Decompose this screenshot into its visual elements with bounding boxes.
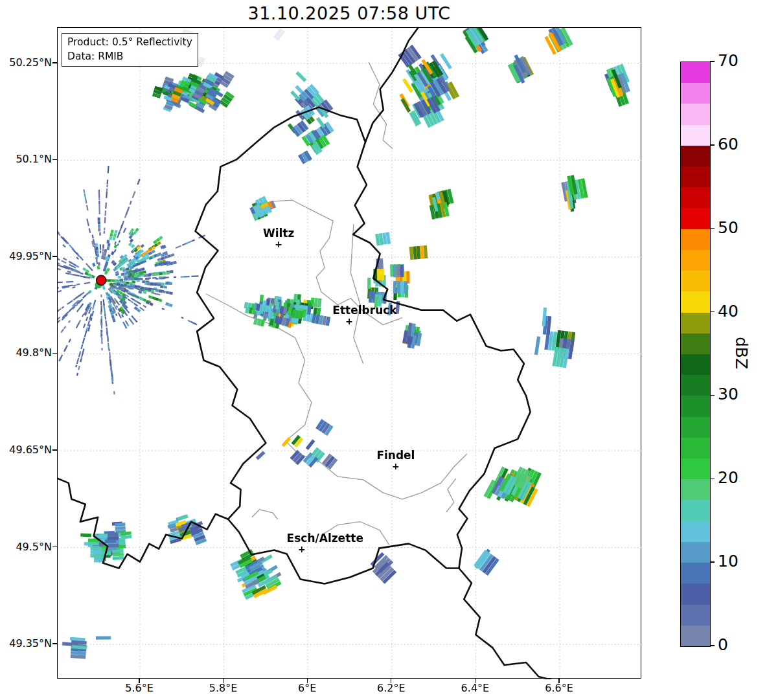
lon-tick-mark [139, 679, 139, 683]
colorbar-segment [681, 417, 710, 438]
colorbar-segment [681, 375, 710, 396]
lat-tick-label: 49.35°N [0, 637, 52, 649]
colorbar-segment [681, 146, 710, 166]
colorbar-segment [681, 271, 710, 291]
lon-tick-mark [475, 679, 475, 683]
lat-tick-label: 50.25°N [0, 56, 52, 69]
product-info-box: Product: 0.5° Reflectivity Data: RMIB [62, 33, 198, 67]
colorbar-unit-label: dBZ [732, 337, 751, 369]
colorbar-tick-mark [710, 479, 715, 479]
colorbar-tick-label: 40 [718, 302, 738, 321]
colorbar-segment [681, 208, 710, 229]
city-marker: + [392, 461, 400, 471]
colorbar-segment [681, 396, 710, 416]
colorbar-tick-mark [710, 395, 715, 396]
lat-tick-mark [52, 449, 57, 450]
colorbar-segment [681, 313, 710, 333]
colorbar-segment [681, 605, 710, 626]
lat-tick-mark [52, 62, 57, 63]
colorbar-tick-mark [710, 561, 715, 562]
lon-tick-mark [558, 679, 559, 683]
colorbar-segment [681, 500, 710, 521]
colorbar-tick-label: 70 [718, 51, 738, 70]
colorbar-segment [681, 187, 710, 208]
colorbar-tick-mark [710, 228, 715, 229]
colorbar-segment [681, 626, 710, 646]
colorbar-segment [681, 62, 710, 83]
lat-tick-mark [52, 256, 57, 256]
colorbar-tick-label: 50 [718, 218, 738, 237]
city-label: Wiltz [263, 227, 294, 240]
colorbar-segment [681, 125, 710, 146]
colorbar-segment [681, 563, 710, 583]
city-marker: + [275, 239, 282, 249]
product-info-line: Product: 0.5° Reflectivity [67, 36, 192, 50]
radar-map-canvas [58, 28, 642, 679]
colorbar-segment [681, 291, 710, 312]
colorbar-segment [681, 583, 710, 604]
colorbar-segment [681, 166, 710, 187]
lon-tick-label: 6.4°E [461, 682, 490, 694]
colorbar-segment [681, 250, 710, 271]
radar-map-page: { "title": "31.10.2025 07:58 UTC", "info… [0, 0, 767, 700]
colorbar-segment [681, 83, 710, 104]
city-label: Ettelbruck [332, 304, 396, 317]
colorbar-segment [681, 521, 710, 542]
city-marker: + [298, 544, 306, 554]
colorbar-tick-label: 60 [718, 135, 738, 153]
colorbar-tick-label: 0 [718, 635, 728, 654]
colorbar-tick-label: 10 [718, 552, 738, 570]
colorbar-tick-mark [710, 645, 715, 646]
lon-tick-mark [223, 679, 223, 683]
lon-tick-mark [391, 679, 391, 683]
lat-tick-mark [52, 159, 57, 160]
lat-tick-label: 50.1°N [0, 153, 52, 165]
lat-tick-label: 49.95°N [0, 250, 52, 262]
colorbar [680, 62, 711, 647]
colorbar-segment [681, 104, 710, 124]
data-source-line: Data: RMIB [67, 50, 192, 64]
colorbar-tick-mark [710, 144, 715, 145]
colorbar-segment [681, 542, 710, 563]
colorbar-segment [681, 438, 710, 458]
lat-tick-label: 49.5°N [0, 541, 52, 553]
lat-tick-mark [52, 353, 57, 354]
colorbar-segment [681, 229, 710, 250]
colorbar-segment [681, 479, 710, 500]
page-title: 31.10.2025 07:58 UTC [57, 3, 641, 23]
colorbar-segment [681, 458, 710, 479]
colorbar-segment [681, 354, 710, 375]
colorbar-tick-label: 20 [718, 469, 738, 488]
lat-tick-mark [52, 643, 57, 644]
colorbar-tick-mark [710, 61, 715, 62]
lat-tick-label: 49.8°N [0, 346, 52, 359]
colorbar-tick-label: 30 [718, 385, 738, 404]
city-marker: + [345, 316, 353, 326]
lat-tick-label: 49.65°N [0, 444, 52, 456]
colorbar-segment [681, 333, 710, 354]
lon-tick-label: 5.8°E [209, 682, 238, 694]
lat-tick-mark [52, 547, 57, 547]
lon-tick-label: 6°E [298, 682, 316, 694]
lon-tick-label: 6.6°E [545, 682, 573, 694]
city-label: Esch/Alzette [287, 532, 363, 545]
lon-tick-label: 6.2°E [377, 682, 406, 694]
lon-tick-label: 5.6°E [125, 682, 154, 694]
city-label: Findel [376, 449, 415, 462]
colorbar-tick-mark [710, 311, 715, 312]
map-plot-area: Product: 0.5° Reflectivity Data: RMIB [57, 27, 641, 679]
lon-tick-mark [307, 679, 308, 683]
